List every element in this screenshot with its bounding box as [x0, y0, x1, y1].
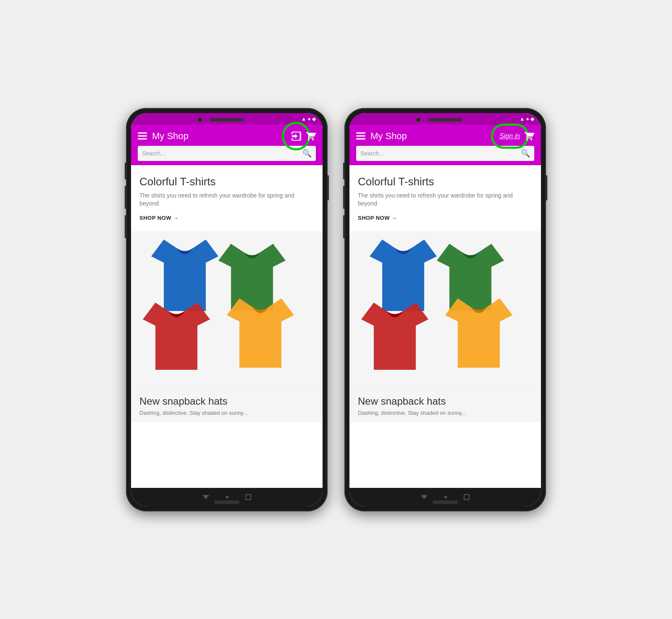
header-icons-left — [291, 131, 316, 142]
bottom-subtitle-right: Dashing, distinctive. Stay shaded on sun… — [358, 410, 533, 416]
app-header-left: My Shop — [131, 125, 323, 165]
nav-recents-left[interactable] — [245, 494, 251, 500]
hero-subtitle-right: The shirts you need to refresh your ward… — [358, 192, 533, 208]
signin-icon-svg-left — [291, 131, 302, 142]
app-title-right: My Shop — [370, 131, 494, 142]
status-time: ▲ ● ◆ — [301, 116, 316, 122]
hamburger-line-2-right — [356, 135, 365, 137]
phone-left: ▲ ● ◆ My Shop — [126, 108, 328, 511]
signin-icon-wrapper-left — [291, 131, 302, 142]
hero-title-right: Colorful T-shirts — [358, 175, 533, 188]
app-title-left: My Shop — [152, 131, 286, 142]
status-time-right: ▲ ● ◆ — [520, 116, 534, 122]
header-icons-right: Sign in — [499, 131, 534, 141]
phone-btn-vol-down-left — [125, 215, 126, 238]
phone-btn-vol-up-right — [343, 186, 345, 209]
phone-camera-left — [197, 117, 202, 122]
bottom-subtitle-left: Dashing, distinctive. Stay shaded on sun… — [139, 410, 314, 416]
phone-right: ▲ ● ◆ My Shop Sign in — [344, 108, 546, 511]
phones-container: ▲ ● ◆ My Shop — [126, 108, 546, 511]
phone-speaker-right — [428, 118, 462, 121]
cart-icon-btn-right[interactable] — [524, 131, 534, 141]
cart-icon-btn-left[interactable] — [306, 131, 316, 141]
tshirts-area-right — [349, 231, 541, 387]
phone-camera-right — [416, 117, 421, 122]
phone-home-right — [433, 500, 458, 504]
bottom-title-left: New snapback hats — [139, 395, 314, 407]
search-bar-right[interactable]: Search... 🔍 — [356, 146, 534, 161]
search-icon-left[interactable]: 🔍 — [302, 149, 312, 158]
nav-back-left[interactable] — [202, 495, 209, 499]
search-placeholder-right[interactable]: Search... — [360, 150, 521, 157]
hamburger-line-2 — [138, 135, 147, 137]
phone-screen-left: ▲ ● ◆ My Shop — [131, 113, 323, 506]
hero-subtitle-left: The shirts you need to refresh your ward… — [139, 192, 314, 208]
phone-btn-right-right — [546, 175, 547, 200]
phone-home-left — [214, 500, 239, 504]
nav-home-right[interactable] — [444, 496, 447, 498]
bottom-section-right: New snapback hats Dashing, distinctive. … — [349, 387, 541, 422]
search-bar-left[interactable]: Search... 🔍 — [138, 146, 316, 161]
nav-home-left[interactable] — [226, 496, 228, 498]
tshirts-svg-left — [131, 231, 323, 387]
nav-back-right[interactable] — [421, 495, 428, 499]
tshirts-area-left — [131, 231, 323, 387]
signin-text-wrapper-right: Sign in — [499, 132, 520, 140]
phone-btn-vol-up-left — [125, 186, 126, 209]
header-top-left: My Shop — [138, 131, 316, 142]
hamburger-line-3 — [138, 138, 147, 140]
nav-recents-right[interactable] — [464, 494, 470, 500]
shop-now-btn-right[interactable]: SHOP NOW → — [358, 215, 533, 221]
app-content-right: Colorful T-shirts The shirts you need to… — [349, 165, 541, 488]
tshirts-svg-right — [349, 231, 541, 387]
phone-btn-vol-down-right — [343, 215, 345, 238]
cart-icon-svg-left — [306, 131, 316, 141]
app-content-left: Colorful T-shirts The shirts you need to… — [131, 165, 323, 488]
hero-section-right: Colorful T-shirts The shirts you need to… — [349, 165, 541, 231]
phone-btn-vol-right — [343, 163, 345, 179]
hero-section-left: Colorful T-shirts The shirts you need to… — [131, 165, 323, 231]
phone-btn-vol-left — [125, 163, 126, 179]
header-top-right: My Shop Sign in — [356, 131, 534, 142]
app-header-right: My Shop Sign in — [349, 125, 541, 165]
signin-text-btn-right[interactable]: Sign in — [499, 132, 520, 140]
cart-icon-svg-right — [524, 131, 534, 141]
phone-btn-right-left — [327, 175, 329, 200]
shop-now-btn-left[interactable]: SHOP NOW → — [139, 215, 314, 221]
phone-speaker-left — [210, 118, 244, 121]
hamburger-line-3-right — [356, 138, 365, 140]
bottom-section-left: New snapback hats Dashing, distinctive. … — [131, 387, 323, 422]
search-placeholder-left[interactable]: Search... — [142, 150, 302, 157]
signin-icon-btn-left[interactable] — [291, 131, 302, 142]
hamburger-line-1 — [138, 132, 147, 134]
hamburger-icon-left[interactable] — [138, 132, 147, 140]
bottom-title-right: New snapback hats — [358, 395, 533, 407]
hamburger-icon-right[interactable] — [356, 132, 365, 140]
phone-screen-right: ▲ ● ◆ My Shop Sign in — [349, 113, 541, 506]
search-icon-right[interactable]: 🔍 — [521, 149, 530, 158]
hero-title-left: Colorful T-shirts — [139, 175, 314, 188]
hamburger-line-1-right — [356, 132, 365, 134]
